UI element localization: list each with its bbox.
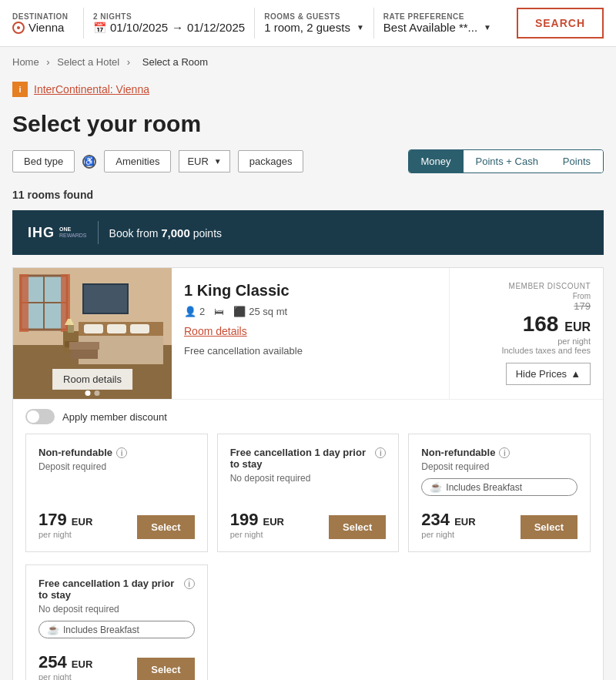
tab-points-cash[interactable]: Points + Cash (464, 150, 551, 173)
info-icon-2[interactable]: i (499, 447, 510, 458)
size-icon: ⬛ (233, 306, 246, 317)
guests-meta: 👤 2 (184, 306, 205, 317)
select-button-bottom-0[interactable]: Select (137, 658, 194, 680)
select-button-2[interactable]: Select (521, 515, 578, 539)
breadcrumb-current: Select a Room (142, 56, 208, 68)
breadcrumb-hotel[interactable]: Select a Hotel (57, 56, 119, 68)
accessibility-filter[interactable] (82, 155, 96, 169)
dot-2 (95, 390, 100, 396)
destination-field: DESTINATION Vienna (12, 12, 74, 34)
svg-rect-13 (130, 324, 149, 333)
price-row-bottom-0: 254 EUR per night Select (38, 645, 195, 680)
per-night: per night (557, 337, 591, 346)
rate-card-1: Free cancellation 1 day prior to stay i … (217, 434, 400, 552)
breadcrumb-sep-2: › (127, 56, 130, 68)
search-button[interactable]: SEARCH (517, 8, 604, 39)
rate-type-1: Free cancellation 1 day prior to stay i (230, 447, 387, 470)
breadcrumb: Home › Select a Hotel › Select a Room (0, 47, 616, 77)
bed-type-filter[interactable]: Bed type (12, 150, 75, 173)
deposit-note-2: Deposit required (421, 461, 578, 472)
currency-selector[interactable]: EUR ▼ (179, 150, 229, 173)
current-price: 168 EUR (523, 312, 591, 337)
deposit-note-bottom-0: No deposit required (38, 604, 195, 615)
svg-rect-12 (107, 324, 126, 333)
breakfast-badge-bottom-0: ☕ Includes Breakfast (38, 621, 195, 638)
rate-value[interactable]: Best Available **... ▼ (383, 21, 491, 34)
dates-value[interactable]: 📅 01/10/2025 → 01/12/2025 (93, 21, 245, 34)
taxes-note: Includes taxes and fees (501, 346, 591, 355)
svg-rect-20 (84, 285, 127, 313)
one-text: ONE (59, 226, 87, 233)
room-info: 1 King Classic 👤 2 🛏 ⬛ 25 sq mt Room det… (172, 268, 449, 399)
room-details-link[interactable]: Room details (184, 325, 247, 337)
price-left-bottom-0: 254 EUR per night (38, 652, 92, 680)
room-meta: 👤 2 🛏 ⬛ 25 sq mt (184, 306, 437, 317)
rate-options-row1: Non-refundable i Deposit required 179 EU… (13, 434, 603, 564)
select-button-1[interactable]: Select (329, 515, 386, 539)
svg-rect-22 (69, 342, 99, 350)
rate-per-night-bottom-0: per night (38, 672, 92, 680)
rate-card-bottom-0: Free cancellation 1 day prior to stay i … (25, 564, 208, 680)
currency-value: EUR (187, 156, 208, 167)
rate-price-0: 179 EUR (38, 510, 92, 530)
deposit-note-1: No deposit required (230, 473, 387, 484)
info-icon-0[interactable]: i (116, 447, 127, 458)
rate-card-0: Non-refundable i Deposit required 179 EU… (25, 434, 208, 552)
rewards-text: REWARDS (59, 233, 87, 239)
rate-type-0: Non-refundable i (38, 447, 195, 458)
packages-filter[interactable]: packages (238, 150, 304, 173)
dot-1 (85, 390, 91, 396)
location-icon (12, 22, 25, 34)
toggle-row: Apply member discount (13, 399, 603, 434)
rooms-found: 11 rooms found (0, 186, 616, 210)
free-cancel: Free cancellation available (184, 345, 437, 357)
breadcrumb-sep-1: › (46, 56, 49, 68)
svg-rect-7 (19, 274, 28, 332)
currency-chevron-icon: ▼ (214, 157, 222, 166)
breakfast-badge-2: ☕ Includes Breakfast (421, 478, 578, 496)
price-row-0: 179 EUR per night Select (38, 502, 195, 539)
select-button-0[interactable]: Select (137, 515, 194, 539)
price-left-1: 199 EUR per night (230, 510, 284, 539)
member-discount-toggle[interactable] (25, 409, 55, 424)
info-icon-1[interactable]: i (375, 447, 386, 458)
banner-divider (98, 221, 99, 244)
chevron-up-icon: ▲ (571, 368, 581, 380)
destination-value[interactable]: Vienna (12, 21, 74, 34)
room-card: Room details 1 King Classic 👤 2 🛏 ⬛ (12, 267, 604, 680)
calendar-icon: 📅 (93, 22, 106, 34)
price-row-2: 234 EUR per night Select (421, 502, 578, 539)
room-details-image-button[interactable]: Room details (52, 369, 132, 390)
chevron-down-icon-2: ▼ (484, 23, 491, 32)
amenities-filter[interactable]: Amenities (104, 150, 171, 173)
breadcrumb-home[interactable]: Home (12, 56, 39, 68)
rate-field: RATE PREFERENCE Best Available **... ▼ (383, 12, 491, 34)
svg-rect-17 (68, 325, 74, 333)
rooms-label: ROOMS & GUESTS (264, 12, 364, 21)
ihg-logo: IHG ONE REWARDS (28, 225, 87, 241)
banner-book-text: Book from 7,000 points (109, 226, 223, 240)
rate-options-row2: Free cancellation 1 day prior to stay i … (13, 564, 603, 680)
empty-cell-1 (217, 564, 400, 680)
hotel-name-link[interactable]: InterContinental: Vienna (34, 83, 149, 95)
divider-3 (373, 8, 374, 39)
toggle-label: Apply member discount (62, 411, 167, 423)
rate-tabs: Money Points + Cash Points (408, 149, 604, 173)
rate-type-bottom-0: Free cancellation 1 day prior to stay i (38, 578, 195, 601)
rooms-value[interactable]: 1 room, 2 guests ▼ (264, 21, 364, 34)
tab-points[interactable]: Points (551, 150, 603, 173)
person-icon: 👤 (184, 306, 196, 317)
chevron-down-icon: ▼ (357, 23, 364, 32)
ihg-logo-text: IHG (28, 225, 55, 241)
filters-row: Bed type Amenities EUR ▼ packages Money … (0, 149, 616, 186)
coffee-icon-bottom-0: ☕ (47, 624, 59, 635)
hide-prices-button[interactable]: Hide Prices ▲ (506, 363, 591, 385)
ihg-banner: IHG ONE REWARDS Book from 7,000 points (12, 210, 604, 255)
rooms-field: ROOMS & GUESTS 1 room, 2 guests ▼ (264, 12, 364, 34)
original-price: 179 (574, 300, 591, 312)
tab-money[interactable]: Money (409, 150, 464, 173)
room-main: Room details 1 King Classic 👤 2 🛏 ⬛ (13, 268, 603, 399)
dates-field: 2 NIGHTS 📅 01/10/2025 → 01/12/2025 (93, 12, 245, 34)
room-name: 1 King Classic (184, 282, 437, 300)
info-icon-bottom-0[interactable]: i (184, 578, 195, 589)
